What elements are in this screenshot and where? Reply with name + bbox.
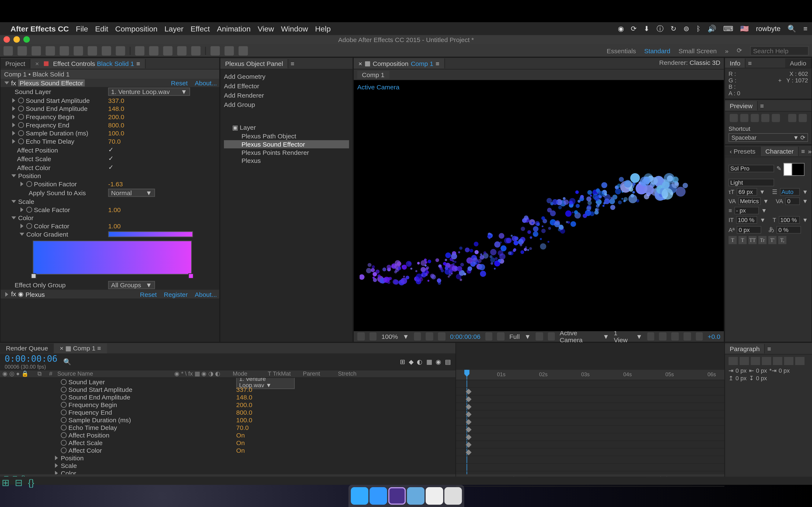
play-icon[interactable] [751,114,759,122]
timeline-prop-value[interactable]: 337.0 [236,386,252,393]
rotate-tool-icon[interactable] [46,46,55,55]
playhead-icon[interactable] [464,370,469,377]
tab-info[interactable]: Info [725,58,746,67]
prop-value[interactable]: 200.0 [108,113,124,120]
stopwatch-icon[interactable] [61,409,67,415]
dock-app-safari[interactable] [369,487,387,505]
selection-tool-icon[interactable] [4,46,13,55]
indent-right-field[interactable]: 0 px [756,368,767,374]
stopwatch-icon[interactable] [61,402,67,407]
justify-all-icon[interactable] [795,357,804,365]
camera-tool-icon[interactable] [60,46,69,55]
sync-settings-icon[interactable]: ⟳ [737,47,742,54]
motion-blur-icon[interactable]: ◉ [436,358,442,365]
justify-last-right-icon[interactable] [784,357,794,365]
comp-mini-flowchart-icon[interactable]: ⊞ [400,358,405,365]
keyframe-icon[interactable] [466,419,471,425]
menu-animation[interactable]: Animation [217,24,251,33]
tab-timeline-comp[interactable]: × ▦ Comp 1 ≡ [54,343,107,353]
text-style-button[interactable]: T, [778,236,786,244]
menu-effect[interactable]: Effect [191,24,210,33]
roto-tool-icon[interactable] [177,46,187,55]
prop-value[interactable]: 800.0 [108,121,124,128]
keyframe-icon[interactable] [466,442,471,448]
text-style-button[interactable]: T' [768,236,776,244]
hand-tool-icon[interactable] [17,46,27,55]
close-button[interactable] [4,36,10,43]
playhead[interactable] [466,370,467,380]
graph-editor-icon[interactable]: ▤ [445,358,451,365]
justify-last-left-icon[interactable] [762,357,771,365]
grid-guides-icon[interactable] [548,332,555,341]
disclosure-triangle-icon[interactable] [12,131,15,135]
loop-icon[interactable] [788,114,796,122]
input-icon[interactable]: ⌨ [723,24,733,33]
tracking-field[interactable]: 0 [785,198,800,205]
reset-exposure-icon[interactable] [696,332,703,341]
disclosure-triangle-icon[interactable] [12,139,15,144]
transparency-icon[interactable] [426,332,433,341]
stopwatch-icon[interactable] [61,432,67,438]
channel-icon[interactable] [497,332,505,341]
views-dropdown[interactable]: 1 View [614,329,631,342]
font-family-dropdown[interactable]: Sol Pro [728,164,774,172]
workspace-standard[interactable]: Standard [644,47,670,54]
col-source-name[interactable]: Source Name [55,370,172,377]
leading-field[interactable]: Auto [780,188,800,195]
dock-app-trash[interactable] [444,487,462,505]
space-after-field[interactable]: 0 px [756,375,767,381]
workspace-overflow-icon[interactable]: » [725,47,728,54]
tab-paragraph[interactable]: Paragraph [725,344,765,353]
indent-first-field[interactable]: 0 px [778,368,790,374]
menu-icon[interactable]: ≡ [803,24,807,33]
frame-blend-icon[interactable]: ▦ [426,358,432,365]
col-trkmat[interactable]: T TrkMat [265,370,301,377]
pixel-aspect-icon[interactable] [647,332,654,341]
checkbox[interactable]: ✓ [108,146,113,154]
stopwatch-icon[interactable] [61,440,67,446]
prop-value[interactable]: 337.0 [108,97,124,104]
dock-app-generic[interactable] [407,487,424,505]
info-icon[interactable]: ⓘ [657,24,664,34]
pan-behind-tool-icon[interactable] [73,46,83,55]
search-icon[interactable]: 🔍 [63,358,71,365]
next-frame-icon[interactable] [761,114,769,122]
exposure-value[interactable]: +0.0 [708,333,720,340]
stopwatch-icon[interactable] [26,207,32,213]
keyframe-icon[interactable] [466,404,471,410]
keyframe-icon[interactable] [466,396,471,402]
stopwatch-icon[interactable] [61,417,67,423]
axis-view-icon[interactable] [239,46,248,55]
stopwatch-icon[interactable] [61,386,67,392]
dock-app-textedit[interactable] [425,487,443,505]
grid-icon[interactable] [369,332,377,341]
apply-axis-dropdown[interactable]: Normal▼ [108,189,155,197]
tab-preview[interactable]: Preview [725,101,758,110]
register-link[interactable]: Register [164,291,188,298]
align-center-icon[interactable] [740,357,749,365]
keyframe-icon[interactable] [466,434,471,440]
wifi-icon[interactable]: ⊚ [683,24,689,33]
position-factor-value[interactable]: -1.63 [108,180,123,187]
workspace-small-screen[interactable]: Small Screen [678,47,717,54]
tab-character[interactable]: Character [761,147,799,156]
axis-local-icon[interactable] [210,46,220,55]
keyframe-icon[interactable] [466,389,471,394]
gradient-stop-right[interactable] [188,273,194,279]
panel-menu-icon[interactable]: ≡ [291,60,294,67]
checkbox[interactable]: ✓ [108,164,113,171]
snapshot-icon[interactable] [485,332,493,341]
color-factor-value[interactable]: 1.00 [108,222,121,229]
disclosure-triangle-icon[interactable] [12,106,15,111]
dock-app-finder[interactable] [351,487,368,505]
pen-tool-icon[interactable] [102,46,111,55]
fast-preview-icon[interactable] [659,332,666,341]
text-style-button[interactable]: TT [748,236,757,244]
timeline-prop-value[interactable]: On [236,439,245,446]
tree-layer-root[interactable]: ▣ Layer [224,123,349,132]
disclosure-triangle-icon[interactable] [11,174,16,177]
mask-icon[interactable] [438,332,445,341]
tab-audio[interactable]: Audio [785,58,812,67]
draft-3d-icon[interactable]: ◆ [409,358,413,365]
disclosure-triangle-icon[interactable] [55,470,58,474]
